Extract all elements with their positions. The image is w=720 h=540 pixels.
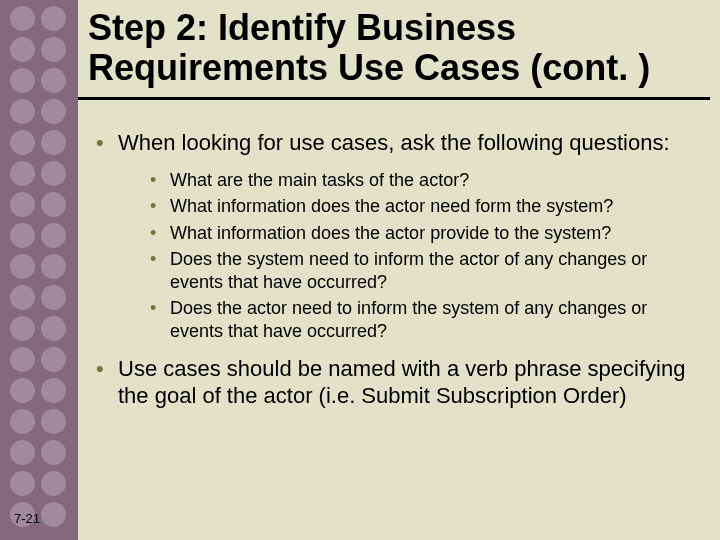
dot-icon — [10, 161, 35, 186]
dot-grid — [10, 6, 70, 530]
dot-icon — [41, 471, 66, 496]
list-item-text: When looking for use cases, ask the foll… — [118, 130, 670, 155]
dot-icon — [41, 502, 66, 527]
dot-icon — [41, 130, 66, 155]
list-item: Use cases should be named with a verb ph… — [118, 356, 700, 410]
list-item-text: Does the system need to inform the actor… — [170, 249, 647, 292]
page-number: 7-21 — [14, 511, 40, 526]
dot-icon — [10, 6, 35, 31]
dot-icon — [41, 99, 66, 124]
dot-icon — [10, 440, 35, 465]
dot-icon — [10, 130, 35, 155]
dot-icon — [10, 254, 35, 279]
dot-icon — [10, 68, 35, 93]
dot-icon — [41, 347, 66, 372]
dot-icon — [10, 192, 35, 217]
dot-icon — [41, 68, 66, 93]
list-item-text: Use cases should be named with a verb ph… — [118, 356, 685, 408]
list-item-text: What information does the actor need for… — [170, 196, 613, 216]
dot-icon — [41, 285, 66, 310]
slide-body: When looking for use cases, ask the foll… — [88, 130, 700, 424]
list-item: Does the actor need to inform the system… — [170, 297, 700, 342]
dot-icon — [10, 99, 35, 124]
dot-icon — [10, 285, 35, 310]
list-item: When looking for use cases, ask the foll… — [118, 130, 700, 342]
dot-icon — [41, 161, 66, 186]
left-decorative-band — [0, 0, 78, 540]
list-item: What information does the actor provide … — [170, 222, 700, 245]
dot-icon — [10, 37, 35, 62]
dot-icon — [41, 440, 66, 465]
list-item-text: Does the actor need to inform the system… — [170, 298, 647, 341]
bullet-list-level2: What are the main tasks of the actor? Wh… — [118, 169, 700, 343]
dot-icon — [41, 6, 66, 31]
title-underline — [78, 97, 710, 100]
slide-title: Step 2: Identify Business Requirements U… — [88, 8, 698, 89]
list-item-text: What information does the actor provide … — [170, 223, 611, 243]
dot-icon — [10, 223, 35, 248]
dot-icon — [41, 37, 66, 62]
dot-icon — [10, 471, 35, 496]
dot-icon — [41, 378, 66, 403]
dot-icon — [10, 378, 35, 403]
dot-icon — [41, 192, 66, 217]
dot-icon — [10, 316, 35, 341]
dot-icon — [41, 254, 66, 279]
bullet-list-level1: When looking for use cases, ask the foll… — [88, 130, 700, 410]
list-item-text: What are the main tasks of the actor? — [170, 170, 469, 190]
list-item: What information does the actor need for… — [170, 195, 700, 218]
dot-icon — [41, 316, 66, 341]
dot-icon — [41, 409, 66, 434]
dot-icon — [41, 223, 66, 248]
dot-icon — [10, 409, 35, 434]
list-item: What are the main tasks of the actor? — [170, 169, 700, 192]
dot-icon — [10, 347, 35, 372]
slide: Step 2: Identify Business Requirements U… — [0, 0, 720, 540]
list-item: Does the system need to inform the actor… — [170, 248, 700, 293]
